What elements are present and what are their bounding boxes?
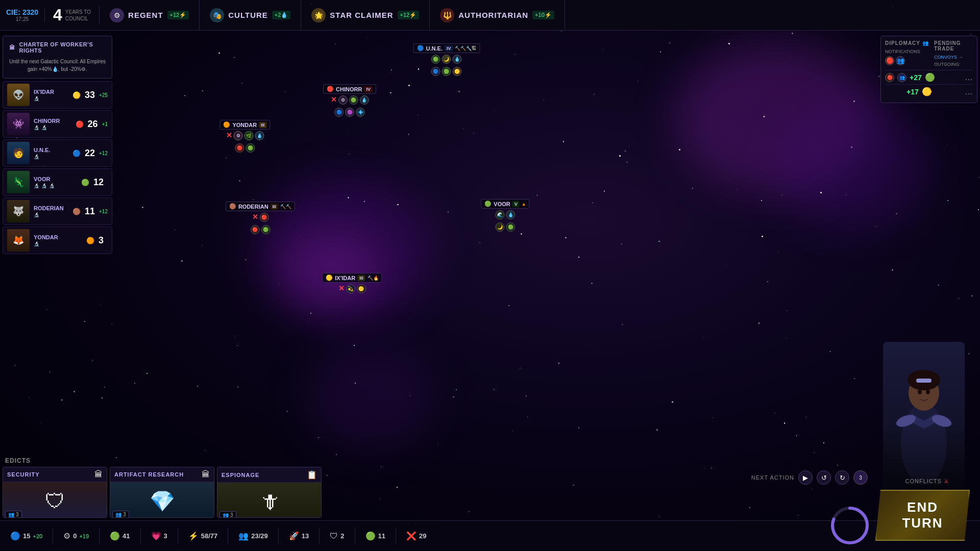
svg-point-19: [918, 389, 922, 394]
trade-resource-icon-1: 🟢: [925, 72, 935, 82]
espionage-card[interactable]: ESPIONAGE 📋 🗡 👥 3: [217, 467, 322, 518]
ixidar-sub: 🔬: [34, 96, 68, 101]
outgoing-label: OUTGOING:: [934, 62, 973, 67]
artifact-badge: 👥 3: [112, 511, 129, 518]
culture-icon: 🎭: [210, 8, 224, 22]
chinorr-map-label[interactable]: 🔴 CHINORR IV ✕ ⚙ 🟢 💧 🔵 🟣 💠: [314, 84, 385, 117]
trade-expand-2[interactable]: …: [965, 87, 973, 96]
yondar-name: YONDAR: [34, 234, 82, 240]
yondar-avatar: 🦊: [7, 229, 30, 252]
charter-icon: 🏛: [9, 44, 15, 51]
voor-map-label[interactable]: 🟢 VOOR V ▲ 🌊 💧 🌙 🟢: [481, 199, 529, 232]
stat-energy: ⚡ 58/77: [188, 531, 218, 541]
artifact-img-icon: 💎: [150, 489, 175, 513]
next-action-refresh-btn[interactable]: ↺: [817, 470, 831, 485]
next-action-navigate-btn[interactable]: ▶: [798, 470, 813, 485]
star-claimer-bonus: +12⚡: [398, 11, 420, 19]
next-action-label: NEXT ACTION: [751, 474, 794, 481]
end-turn-button[interactable]: ENDTURN: [875, 490, 970, 541]
stat-sep-8: [355, 529, 355, 544]
tab-culture[interactable]: 🎭 CULTURE +2💧: [200, 0, 301, 30]
roderian-map-icon: 🟤: [229, 203, 236, 210]
nebula-4: [281, 230, 383, 306]
conflicts-label: CONFLICTS ⚔: [905, 478, 949, 485]
trade-resource-icon-2: 🟡: [922, 87, 932, 96]
voor-map-icon: 🟢: [484, 201, 492, 207]
svg-point-18: [908, 370, 940, 390]
empire-row-voor[interactable]: 🦎 VOOR 🔬🔬🔬 🟢 12: [3, 168, 112, 196]
tab-regent[interactable]: ⚙ REGENT +12⚡: [100, 0, 200, 30]
diplomacy-icon-1[interactable]: 🔴: [885, 56, 894, 65]
blue-resource-icon: 🔵: [10, 531, 20, 541]
roderian-resource-icon: 🟤: [72, 208, 81, 215]
security-title: SECURITY: [7, 471, 40, 478]
stat-sep-5: [228, 529, 228, 544]
ixidar-bonus: +25: [99, 92, 108, 98]
yondar-resource-icon: 🟠: [86, 237, 94, 244]
blue-resource-val: 15: [23, 532, 30, 540]
trade-expand-1[interactable]: …: [965, 73, 973, 82]
next-action-bar: NEXT ACTION ▶ ↺ ↻ 3: [751, 470, 868, 485]
population-val: 23/29: [251, 532, 268, 540]
voor-map-name: VOOR: [494, 201, 510, 207]
energy-icon: ⚡: [188, 531, 199, 541]
voor-sub: 🔬🔬🔬: [34, 183, 77, 188]
chinorr-map-actions: ✕ ⚙ 🟢 💧 🔵 🟣 💠: [314, 95, 385, 117]
roderian-map-label[interactable]: 🟤 RODERIAN III 🔨🔨 ✕ 🔴 🔴 🟢: [226, 202, 295, 234]
stat-shields: 🛡 2: [330, 532, 344, 541]
une-map-label[interactable]: 🔵 U.N.E. IV 🔨🔨🔧🏗 🟢 🌙 💧 🔵 🟢 🟡: [413, 43, 480, 76]
shields-val: 2: [340, 532, 344, 540]
voor-score: 12: [93, 177, 104, 188]
espionage-image: 🗡 👥 3: [217, 483, 321, 518]
artifact-image: 💎 👥 3: [110, 482, 214, 518]
une-avatar: 🧑: [7, 142, 30, 164]
voor-map-actions: 🌊 💧 🌙 🟢: [485, 210, 526, 232]
stat-influence: 💗 3: [151, 531, 167, 541]
svg-rect-23: [916, 379, 932, 383]
next-action-extra-btn[interactable]: ↻: [835, 470, 849, 485]
population-icon: 👥: [238, 531, 249, 541]
diplomacy-title: DIPLOMACY 👥: [885, 40, 929, 46]
tab-authoritarian[interactable]: 🔱 AUTHORITARIAN +10⚡: [430, 0, 565, 30]
diplomacy-icon-2[interactable]: 👥: [896, 56, 905, 65]
yondar-map-label[interactable]: 🟠 YONDAR III ✕ ⚙ 🌿 💧 🔴 🟢: [215, 120, 275, 153]
une-name: U.N.E.: [34, 147, 68, 153]
cie-number: CIE: 2320: [6, 8, 38, 16]
voor-resource-icon: 🟢: [81, 179, 89, 186]
empire-row-une[interactable]: 🧑 U.N.E. 🔬 🔵 22 +12: [3, 139, 112, 167]
chinorr-avatar: 👾: [7, 113, 30, 135]
pending-trade-title: PENDING TRADE: [934, 40, 973, 52]
influence-icon: 💗: [151, 531, 161, 541]
artifact-research-card[interactable]: ARTIFACT RESEARCH 🏛 💎 👥 3: [110, 467, 214, 518]
trade-row-2[interactable]: +17 🟡 …: [885, 84, 973, 98]
pending-trade-link[interactable]: CONVOYS →: [934, 55, 973, 60]
empire-row-roderian[interactable]: 🐺 RODERIAN 🔬 🟤 11 +12: [3, 197, 112, 225]
trade-row-1[interactable]: 🔴 👥 +27 🟢 …: [885, 70, 973, 84]
artifact-title: ARTIFACT RESEARCH: [114, 471, 184, 478]
ixidar-avatar: 👽: [7, 84, 30, 106]
security-card[interactable]: SECURITY 🏛 🛡 👥 3: [3, 467, 107, 518]
ixidar-resource-icon: 🟡: [72, 91, 81, 99]
empire-row-ixidar[interactable]: 👽 IX'IDAR 🔬 🟡 33 +25: [3, 81, 112, 109]
empire-row-chinorr[interactable]: 👾 CHINORR 🔬🔬 🔴 26 +1: [3, 110, 112, 138]
tab-star-claimer[interactable]: 🌟 STAR CLAIMER +12⚡: [301, 0, 430, 30]
security-image: 🛡 👥 3: [3, 482, 107, 518]
edicts-label: EDICTS: [5, 457, 31, 464]
next-action-count: 3: [853, 470, 868, 485]
conflicts-stat-icon: ❌: [406, 531, 416, 541]
voor-map-level: V: [512, 201, 520, 207]
stat-population: 👥 23/29: [238, 531, 268, 541]
stat-sep-7: [319, 529, 320, 544]
ixidar-map-icon: 🟡: [326, 274, 333, 281]
trade-player-icon-1: 👥: [897, 73, 906, 82]
espionage-header-icon: 📋: [307, 470, 317, 480]
bottom-cards-area: SECURITY 🏛 🛡 👥 3 ARTIFACT RESEARCH 🏛 💎 👥…: [0, 464, 324, 520]
ships-val: 13: [302, 532, 309, 540]
empire-row-yondar[interactable]: 🦊 YONDAR 🔬 🟠 3: [3, 227, 112, 254]
culture-bonus: +2💧: [272, 11, 291, 19]
charter-card[interactable]: 🏛 CHARTER OF WORKER'S RIGHTS Until the n…: [3, 36, 112, 79]
une-resource-icon: 🔵: [72, 149, 81, 157]
ixidar-map-label[interactable]: 🟡 IX'IDAR III 🔨🔥 ✕ 💫 🟡: [322, 273, 382, 293]
roderian-bonus: +12: [99, 209, 108, 214]
end-turn-label: ENDTURN: [902, 499, 943, 531]
